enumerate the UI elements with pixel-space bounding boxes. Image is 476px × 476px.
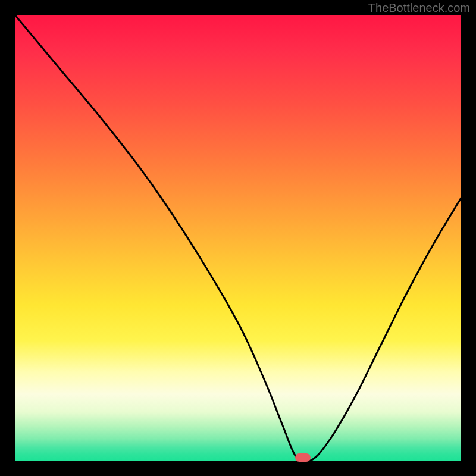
watermark-text: TheBottleneck.com bbox=[368, 1, 470, 15]
optimal-point-marker bbox=[295, 453, 311, 462]
chart-curve-svg bbox=[15, 15, 461, 461]
bottleneck-curve-path bbox=[15, 15, 461, 461]
chart-plot-area bbox=[15, 15, 461, 461]
